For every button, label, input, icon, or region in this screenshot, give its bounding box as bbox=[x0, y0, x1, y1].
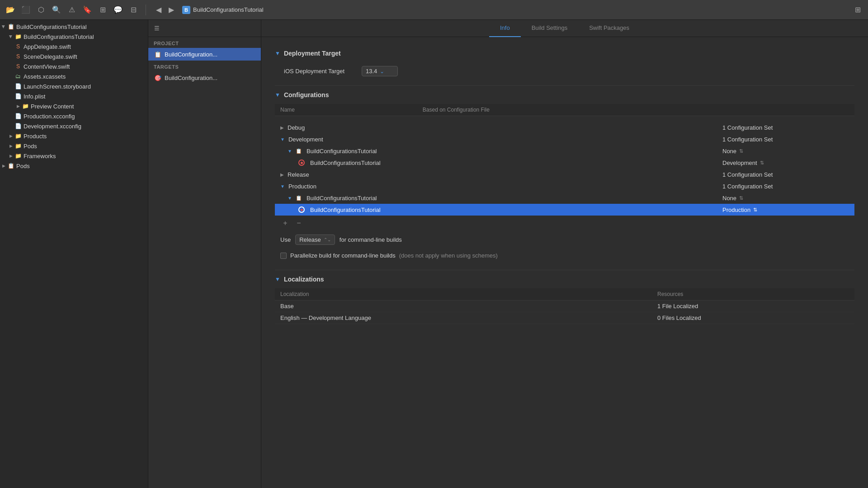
project-item[interactable]: 📋 BuildConfiguration... bbox=[148, 48, 261, 61]
tab-swift-packages[interactable]: Swift Packages bbox=[578, 20, 640, 37]
config-name: Release bbox=[288, 171, 309, 178]
sidebar-item-launchscreen[interactable]: 📄 LaunchScreen.storyboard bbox=[0, 81, 148, 91]
use-chevron-icon: ⌃⌄ bbox=[324, 237, 331, 242]
sidebar-root-item[interactable]: ▶ 📋 BuildConfigurationsTutorial bbox=[0, 22, 148, 32]
config-name: Debug bbox=[288, 124, 305, 131]
tab-build-settings[interactable]: Build Settings bbox=[521, 20, 579, 37]
configurations-title: Configurations bbox=[284, 91, 329, 99]
stepper-icon[interactable]: ⇅ bbox=[739, 148, 743, 154]
products-arrow: ▶ bbox=[7, 132, 14, 140]
loc-col-name: Localization bbox=[275, 288, 652, 300]
tab-info[interactable]: Info bbox=[489, 20, 521, 37]
deployment-version-select[interactable]: 13.4 ⌄ bbox=[362, 66, 398, 76]
parallelize-muted: (does not apply when using schemes) bbox=[399, 252, 498, 259]
sidebar-item-pods[interactable]: ▶ 📁 Pods bbox=[0, 141, 148, 151]
localizations-arrow[interactable]: ▼ bbox=[275, 276, 280, 282]
config-row-dev-project[interactable]: ▼ 📋 BuildConfigurationsTutorial None ⇅ bbox=[275, 145, 854, 157]
add-config-button[interactable]: + bbox=[280, 218, 290, 228]
chevron-down-icon: ⌄ bbox=[380, 68, 384, 75]
sidebar-item-assets[interactable]: 🗂 Assets.xcassets bbox=[0, 71, 148, 81]
project-arrow: ▶ bbox=[7, 33, 14, 40]
config-badge: Production bbox=[722, 206, 750, 213]
sidebar-item-preview-content[interactable]: ▶ 📁 Preview Content bbox=[0, 101, 148, 111]
config-badge: 1 Configuration Set bbox=[722, 136, 773, 143]
col-name: Name bbox=[275, 104, 417, 116]
warning-icon[interactable]: ⚠ bbox=[67, 5, 77, 15]
file-label: Assets.xcassets bbox=[24, 73, 66, 80]
divider1 bbox=[275, 85, 854, 86]
sidebar-item-development-xcconfig[interactable]: 📄 Development.xcconfig bbox=[0, 121, 148, 131]
split-view-icon[interactable]: ⊞ bbox=[853, 5, 863, 15]
project-item-label: BuildConfiguration... bbox=[165, 51, 217, 58]
main-area: ▶ 📋 BuildConfigurationsTutorial ▶ 📁 Buil… bbox=[0, 20, 868, 488]
controls-icon[interactable]: ⊟ bbox=[128, 5, 138, 15]
frameworks-folder-icon: 📁 bbox=[14, 152, 22, 160]
sidebar-item-root-pods[interactable]: ▶ 📋 Pods bbox=[0, 161, 148, 171]
scheme-icon[interactable]: ⬡ bbox=[36, 5, 46, 15]
pods-folder-icon: 📁 bbox=[14, 142, 22, 150]
config-name: BuildConfigurationsTutorial bbox=[310, 160, 381, 166]
group-label: Pods bbox=[24, 143, 37, 150]
configurations-arrow[interactable]: ▼ bbox=[275, 92, 280, 98]
stop-icon[interactable]: ⬛ bbox=[21, 5, 31, 15]
project-file-icon: 📋 bbox=[296, 148, 302, 154]
comment-icon[interactable]: 💬 bbox=[113, 5, 123, 15]
file-label: Production.xcconfig bbox=[24, 113, 75, 120]
config-row-debug[interactable]: ▶ Debug 1 Configuration Set bbox=[275, 122, 854, 133]
loc-row-english[interactable]: English — Development Language 0 Files L… bbox=[275, 312, 854, 324]
version-value: 13.4 bbox=[366, 68, 377, 75]
back-button[interactable]: ◀ bbox=[153, 5, 164, 15]
target-nav-icon: 🎯 bbox=[154, 74, 162, 82]
forward-button[interactable]: ▶ bbox=[166, 5, 177, 15]
loc-resources: 0 Files Localized bbox=[652, 312, 854, 324]
target-dot-icon bbox=[298, 160, 305, 166]
parallelize-label: Parallelize build for command-line build… bbox=[290, 252, 396, 259]
panel-toolbar: ☰ bbox=[148, 20, 261, 37]
stepper-icon3[interactable]: ⇅ bbox=[739, 195, 743, 201]
settings-content: ▼ Deployment Target iOS Deployment Targe… bbox=[261, 37, 868, 488]
sidebar-item-infoplist[interactable]: 📄 Info.plist bbox=[0, 91, 148, 101]
use-select[interactable]: Release ⌃⌄ bbox=[295, 235, 335, 245]
pods-proj-icon: 📋 bbox=[7, 162, 14, 169]
sidebar-item-scenedelegate[interactable]: S SceneDelegate.swift bbox=[0, 52, 148, 61]
config-row-production[interactable]: ▼ Production 1 Configuration Set bbox=[275, 180, 854, 192]
development-expand-icon: ▼ bbox=[280, 137, 285, 142]
sidebar-item-contentview[interactable]: S ContentView.swift bbox=[0, 61, 148, 71]
deployment-arrow[interactable]: ▼ bbox=[275, 50, 280, 56]
grid-icon[interactable]: ⊞ bbox=[98, 5, 108, 15]
config-row-prod-project[interactable]: ▼ 📋 BuildConfigurationsTutorial None ⇅ bbox=[275, 192, 854, 204]
config-row-development[interactable]: ▼ Development 1 Configuration Set bbox=[275, 133, 854, 145]
config-badge: None bbox=[722, 195, 736, 202]
project-title: B BuildConfigurationsTutorial bbox=[182, 6, 264, 14]
prod-project-expand-icon: ▼ bbox=[288, 196, 292, 201]
sidebar-item-products[interactable]: ▶ 📁 Products bbox=[0, 131, 148, 141]
group-label: Frameworks bbox=[24, 153, 56, 160]
target-item-label: BuildConfiguration... bbox=[165, 75, 217, 81]
project-icon: B bbox=[182, 6, 190, 14]
project-section-label: PROJECT bbox=[148, 37, 261, 48]
search-icon[interactable]: 🔍 bbox=[52, 5, 61, 15]
use-suffix: for command-line builds bbox=[340, 236, 402, 243]
navigator-toggle-button[interactable]: ☰ bbox=[152, 23, 162, 33]
products-folder-icon: 📁 bbox=[14, 132, 22, 140]
storyboard-icon: 📄 bbox=[14, 83, 22, 90]
release-expand-icon: ▶ bbox=[280, 172, 284, 177]
stepper-icon2[interactable]: ⇅ bbox=[760, 160, 764, 166]
config-badge: 1 Configuration Set bbox=[722, 124, 773, 131]
remove-config-button[interactable]: − bbox=[294, 218, 304, 228]
file-label: ContentView.swift bbox=[24, 63, 70, 70]
sidebar-item-production-xcconfig[interactable]: 📄 Production.xcconfig bbox=[0, 111, 148, 121]
parallelize-checkbox[interactable] bbox=[280, 253, 287, 259]
sidebar-item-appdelegate[interactable]: S AppDelegate.swift bbox=[0, 42, 148, 52]
configurations-table: Name Based on Configuration File bbox=[275, 104, 854, 116]
config-row-release[interactable]: ▶ Release 1 Configuration Set bbox=[275, 169, 854, 180]
config-row-prod-target[interactable]: BuildConfigurationsTutorial Production ⇅ bbox=[275, 204, 854, 216]
bookmark-icon[interactable]: 🔖 bbox=[82, 5, 92, 15]
stepper-icon4[interactable]: ⇅ bbox=[753, 207, 757, 213]
sidebar-project-folder[interactable]: ▶ 📁 BuildConfigurationsTutorial bbox=[0, 32, 148, 42]
config-row-dev-target[interactable]: BuildConfigurationsTutorial Development … bbox=[275, 157, 854, 169]
folder-open-icon[interactable]: 📂 bbox=[5, 5, 15, 15]
target-item[interactable]: 🎯 BuildConfiguration... bbox=[148, 71, 261, 84]
loc-row-base[interactable]: Base 1 File Localized bbox=[275, 300, 854, 312]
sidebar-item-frameworks[interactable]: ▶ 📁 Frameworks bbox=[0, 151, 148, 161]
